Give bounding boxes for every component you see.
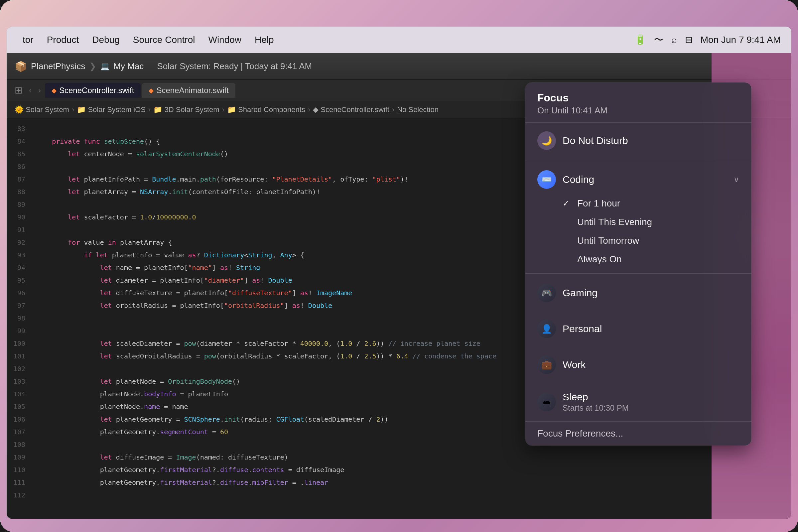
focus-item-gaming-label: Gaming [563,287,740,299]
focus-header: Focus On Until 10:41 AM [525,82,752,123]
focus-item-work-label: Work [563,359,740,370]
breadcrumb-3d[interactable]: 📁 3D Solar System [153,106,219,114]
focus-preferences[interactable]: Focus Preferences... [525,421,752,445]
swift-file-icon-2: ◆ [149,87,154,94]
focus-title: Focus [537,92,740,104]
device-name[interactable]: My Mac [113,61,144,72]
work-icon: 💼 [537,356,556,374]
label-always-on: Always On [577,254,622,265]
coding-submenu: ✓ For 1 hour Until This Evening Until To… [525,194,752,269]
xcode-area: 📦 PlanetPhysics ❯ 💻 My Mac Solar System:… [7,53,791,519]
sleep-icon: 🛏 [537,393,556,411]
tab-scene-controller[interactable]: ◆ SceneController.swift [45,83,141,98]
nav-forward[interactable]: › [36,84,43,97]
mac-frame: tor Product Debug Source Control Window … [0,0,798,532]
personal-icon: 👤 [537,320,556,338]
sub-item-until-evening[interactable]: Until This Evening [563,213,740,231]
menu-items: tor Product Debug Source Control Window … [17,33,634,47]
swift-file-icon-1: ◆ [52,87,57,94]
focus-section-dnd: 🌙 Do Not Disturb [525,123,752,158]
breadcrumb-shared[interactable]: 📁 Shared Components [227,106,305,114]
project-info: 📦 PlanetPhysics ❯ 💻 My Mac [15,60,144,72]
coding-chevron-icon: ∨ [734,175,740,184]
focus-item-dnd-text: Do Not Disturb [563,135,740,146]
project-name[interactable]: PlanetPhysics [31,61,85,72]
menu-item-window[interactable]: Window [203,33,247,47]
sub-item-for-hour[interactable]: ✓ For 1 hour [563,194,740,213]
menu-item-tor[interactable]: tor [17,33,39,47]
check-for-hour: ✓ [563,199,572,208]
line-numbers: 83 84 85 86 87 88 89 90 91 92 93 94 95 9… [7,118,31,519]
focus-item-sleep[interactable]: 🛏 Sleep Starts at 10:30 PM [525,386,752,418]
focus-item-sleep-text: Sleep Starts at 10:30 PM [563,391,740,413]
menu-right: 🔋 〜 ⌕ ⊟ Mon Jun 7 9:41 AM [634,34,781,46]
focus-item-gaming-text: Gaming [563,287,740,299]
search-icon[interactable]: ⌕ [671,35,677,45]
focus-subtitle: On Until 10:41 AM [537,106,740,116]
breadcrumb-ios[interactable]: 📁 Solar System iOS [77,106,146,114]
xcode-toolbar: 📦 PlanetPhysics ❯ 💻 My Mac Solar System:… [7,53,791,80]
focus-item-sleep-label: Sleep [563,391,740,403]
breadcrumb-selection[interactable]: No Selection [397,106,439,114]
menu-item-source-control[interactable]: Source Control [128,33,201,47]
focus-section-coding: ⌨️ Coding ∨ ✓ For 1 hour [525,162,752,272]
build-status: Solar System: Ready | Today at 9:41 AM [157,61,312,72]
screen: tor Product Debug Source Control Window … [7,26,791,519]
menu-item-debug[interactable]: Debug [87,33,125,47]
focus-item-personal-label: Personal [563,323,740,335]
sub-item-always-on[interactable]: Always On [563,250,740,269]
sidebar-toggle[interactable]: ⊞ [12,82,25,98]
focus-item-sleep-sublabel: Starts at 10:30 PM [563,403,740,413]
divider-1 [525,160,752,160]
focus-item-dnd[interactable]: 🌙 Do Not Disturb [525,126,752,155]
focus-item-work[interactable]: 💼 Work [525,350,752,379]
label-until-evening: Until This Evening [577,217,652,227]
code-line-112 [36,489,791,501]
focus-item-personal-text: Personal [563,323,740,335]
nav-back[interactable]: ‹ [26,84,34,97]
sub-item-until-tomorrow[interactable]: Until Tomorrow [563,231,740,250]
menu-bar: tor Product Debug Source Control Window … [7,26,791,53]
breadcrumb-file[interactable]: ◆ SceneController.swift [313,106,390,114]
clock: Mon Jun 7 9:41 AM [701,35,781,45]
nav-arrows: ‹ › [26,84,43,97]
code-line-109: let diffuseImage = Image(named: diffuseT… [36,451,791,463]
focus-item-gaming[interactable]: 🎮 Gaming [525,278,752,307]
tab-label-1: SceneController.swift [59,86,134,95]
tab-label-2: SceneAnimator.swift [156,86,228,95]
battery-icon: 🔋 [634,34,646,45]
menu-item-help[interactable]: Help [249,33,279,47]
display-icon[interactable]: ⊟ [685,34,692,45]
focus-item-coding-text: Coding [563,174,727,185]
focus-section-personal: 👤 Personal [525,311,752,347]
project-icon: 📦 [15,60,27,72]
coding-icon: ⌨️ [537,170,556,189]
focus-section-work: 💼 Work [525,347,752,383]
label-for-hour: For 1 hour [577,198,620,209]
focus-section-sleep: 🛏 Sleep Starts at 10:30 PM [525,383,752,421]
do-not-disturb-icon: 🌙 [537,131,556,150]
code-line-111: planetGeometry.firstMaterial?.diffuse.mi… [36,476,791,489]
breadcrumb-solar-system[interactable]: 🌞 Solar System [15,106,69,114]
focus-item-work-text: Work [563,359,740,370]
focus-item-dnd-label: Do Not Disturb [563,135,740,146]
focus-dropdown: Focus On Until 10:41 AM 🌙 Do Not Disturb [525,82,752,445]
focus-item-coding[interactable]: ⌨️ Coding ∨ [525,165,752,194]
focus-section-gaming: 🎮 Gaming [525,275,752,311]
menu-item-product[interactable]: Product [41,33,84,47]
label-until-tomorrow: Until Tomorrow [577,235,639,246]
device-icon: 💻 [100,62,109,71]
code-line-110: planetGeometry.firstMaterial?.diffuse.co… [36,463,791,476]
focus-item-personal[interactable]: 👤 Personal [525,314,752,343]
gaming-icon: 🎮 [537,284,556,302]
focus-item-coding-label: Coding [563,174,727,185]
wifi-icon: 〜 [654,34,663,46]
divider-2 [525,273,752,274]
tab-scene-animator[interactable]: ◆ SceneAnimator.swift [142,83,235,98]
